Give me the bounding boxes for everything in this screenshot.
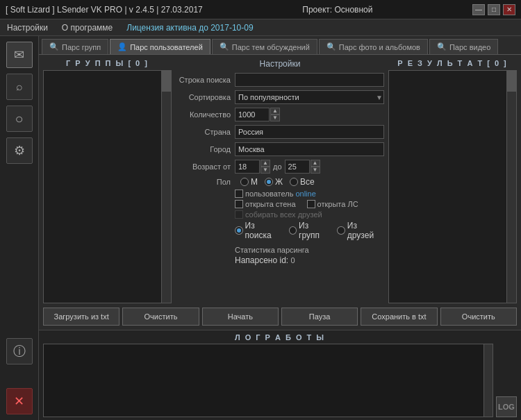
count-input[interactable]: [235, 108, 270, 121]
maximize-button[interactable]: □: [488, 4, 500, 15]
clear-left-button[interactable]: Очистить: [122, 308, 199, 326]
online-checkbox-item[interactable]: пользователь online: [235, 190, 316, 198]
sidebar-close-button[interactable]: ✕: [6, 388, 33, 414]
tab-users[interactable]: 👤 Парс пользователей: [110, 39, 210, 54]
wall-label: открыта стена: [245, 200, 296, 208]
source-groups-label: Из групп: [299, 221, 330, 240]
sort-select[interactable]: По популярности По алфавиту По дате созд…: [235, 90, 384, 104]
friends-checkbox-item[interactable]: собирать всех друзей: [235, 210, 322, 219]
count-up-button[interactable]: ▲: [270, 108, 280, 115]
tab-groups[interactable]: 🔍 Парс групп: [42, 39, 108, 54]
settings-panel: Настройки Строка поиска Сортировка По по…: [176, 59, 384, 303]
pause-button[interactable]: Пауза: [281, 308, 358, 326]
log-icon-button[interactable]: LOG: [496, 396, 517, 417]
wall-msg-row: открыта стена открыта ЛС: [176, 200, 384, 208]
menu-bar: Настройки О программе Лицензия активна д…: [0, 19, 521, 36]
msg-checkbox-item[interactable]: открыта ЛС: [307, 200, 358, 208]
source-friends-option[interactable]: Из друзей: [337, 221, 384, 240]
log-section: Л О Г Р А Б О Т Ы LOG: [39, 330, 521, 420]
load-from-txt-button[interactable]: Загрузить из txt: [43, 308, 119, 326]
city-input[interactable]: [235, 142, 384, 156]
count-down-button[interactable]: ▼: [270, 115, 280, 121]
gender-all-radio[interactable]: [290, 178, 298, 186]
count-spinner: ▲ ▼: [235, 108, 280, 121]
title-bar: [ Soft Lizard ] LSender VK PRO | v 2.4.5…: [0, 0, 521, 19]
tab-topics-icon: 🔍: [220, 42, 229, 51]
start-button[interactable]: Начать: [202, 308, 279, 326]
wall-checkbox[interactable]: [235, 200, 243, 208]
city-row: Город: [176, 142, 384, 156]
groups-textarea[interactable]: [43, 70, 172, 303]
search-label: Строка поиска: [176, 76, 235, 84]
age-to-input[interactable]: [285, 160, 310, 174]
tab-video-icon: 🔍: [437, 42, 447, 51]
buttons-row: Загрузить из txt Очистить Начать Пауза С…: [43, 308, 517, 326]
results-panel-title: Р Е З У Л Ь Т А Т [ 0 ]: [388, 59, 517, 67]
settings-title: Настройки: [176, 59, 384, 69]
source-friends-radio[interactable]: [337, 226, 345, 235]
gender-f-radio[interactable]: [265, 178, 273, 186]
gender-options: М Ж Все: [240, 177, 315, 187]
online-highlight: online: [295, 190, 315, 198]
online-checkbox[interactable]: [235, 190, 243, 198]
sidebar-item-user[interactable]: ○: [6, 106, 33, 132]
sidebar-item-mail[interactable]: ✉: [6, 42, 33, 68]
groups-scrollbar[interactable]: [161, 71, 171, 303]
log-textarea[interactable]: [43, 344, 493, 417]
close-button[interactable]: ✕: [503, 4, 515, 15]
source-search-radio[interactable]: [235, 226, 243, 235]
age-from-down-button[interactable]: ▼: [260, 167, 270, 174]
age-to-up-button[interactable]: ▲: [311, 160, 320, 167]
save-to-txt-button[interactable]: Сохранить в txt: [361, 308, 437, 326]
tab-video-label: Парс видео: [449, 43, 490, 51]
search-input[interactable]: [235, 73, 384, 87]
gender-m-option[interactable]: М: [240, 177, 258, 187]
minimize-button[interactable]: —: [472, 4, 485, 15]
groups-panel-title: Г Р У П П Ы [ 0 ]: [43, 59, 172, 67]
results-panel: Р Е З У Л Ь Т А Т [ 0 ]: [388, 59, 517, 303]
clear-right-button[interactable]: Очистить: [440, 308, 517, 326]
results-textarea[interactable]: [388, 70, 517, 303]
online-row: пользователь online: [176, 190, 384, 198]
stats-count: 0: [291, 256, 295, 264]
gender-f-option[interactable]: Ж: [265, 177, 283, 187]
gender-row: Пол М Ж Все: [176, 177, 384, 187]
stats-section: Статистика парсинга Напарсено id: 0: [176, 246, 384, 265]
tab-users-label: Парс пользователей: [130, 43, 203, 51]
sidebar: ✉ ⌕ ○ ⚙ ⓘ ✕: [0, 36, 39, 420]
menu-about[interactable]: О программе: [59, 22, 115, 34]
friends-checkbox[interactable]: [235, 210, 243, 219]
tab-users-icon: 👤: [117, 42, 127, 51]
tab-photos[interactable]: 🔍 Парс фото и альбомов: [319, 39, 428, 54]
sidebar-item-gear[interactable]: ⚙: [6, 137, 33, 164]
age-to-spinner: ▲ ▼: [285, 160, 320, 174]
sidebar-item-info[interactable]: ⓘ: [6, 338, 33, 364]
title-controls: — □ ✕: [472, 4, 515, 15]
age-from-up-button[interactable]: ▲: [260, 160, 270, 167]
gender-m-radio[interactable]: [240, 178, 249, 186]
source-search-option[interactable]: Из поиска: [235, 221, 282, 240]
age-to-down-button[interactable]: ▼: [311, 167, 320, 174]
wall-checkbox-item[interactable]: открыта стена: [235, 200, 296, 208]
age-to-btns: ▲ ▼: [311, 160, 320, 174]
count-row: Количество ▲ ▼: [176, 108, 384, 121]
stats-label: Напарсено id:: [235, 255, 288, 265]
sidebar-item-search[interactable]: ⌕: [6, 74, 33, 100]
age-from-label: Возраст от: [176, 162, 235, 171]
tab-video[interactable]: 🔍 Парс видео: [429, 39, 498, 54]
tab-topics[interactable]: 🔍 Парс тем обсуждений: [212, 39, 317, 54]
menu-settings[interactable]: Настройки: [4, 22, 51, 34]
gender-all-option[interactable]: Все: [290, 177, 315, 187]
country-row: Страна: [176, 125, 384, 139]
msg-checkbox[interactable]: [307, 200, 315, 208]
source-row: Из поиска Из групп Из друзей: [176, 221, 384, 240]
age-from-input[interactable]: [235, 160, 260, 174]
source-groups-radio[interactable]: [289, 226, 297, 235]
results-scrollbar[interactable]: [506, 71, 516, 303]
country-input[interactable]: [235, 125, 384, 139]
city-label: Город: [176, 145, 235, 153]
log-scrollbar[interactable]: [483, 344, 493, 417]
groups-scrollbar-thumb: [162, 71, 171, 92]
title-project: Проект: Основной: [302, 5, 372, 15]
source-groups-option[interactable]: Из групп: [289, 221, 331, 240]
